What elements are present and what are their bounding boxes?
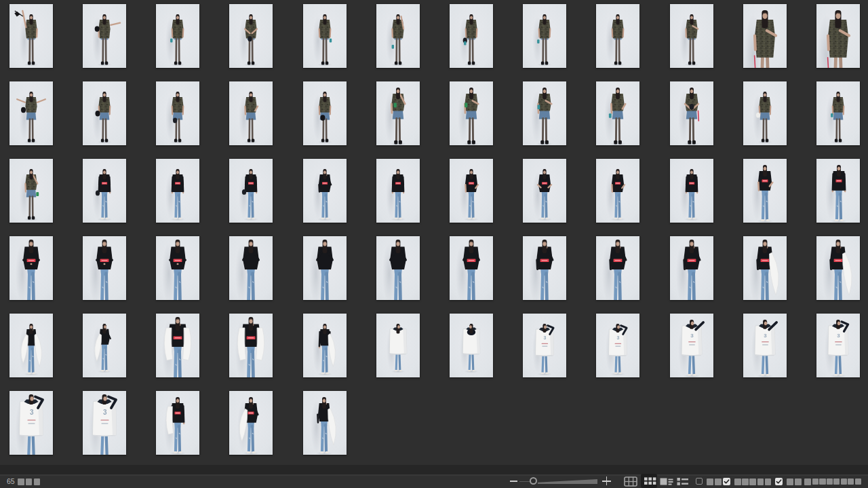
svg-text:3: 3 — [617, 335, 620, 340]
svg-text:3: 3 — [837, 333, 840, 339]
svg-text:3: 3 — [544, 335, 547, 340]
svg-text:3: 3 — [30, 409, 34, 416]
svg-text:3: 3 — [103, 409, 107, 416]
svg-text:3: 3 — [764, 333, 767, 339]
svg-text:3: 3 — [690, 333, 694, 339]
